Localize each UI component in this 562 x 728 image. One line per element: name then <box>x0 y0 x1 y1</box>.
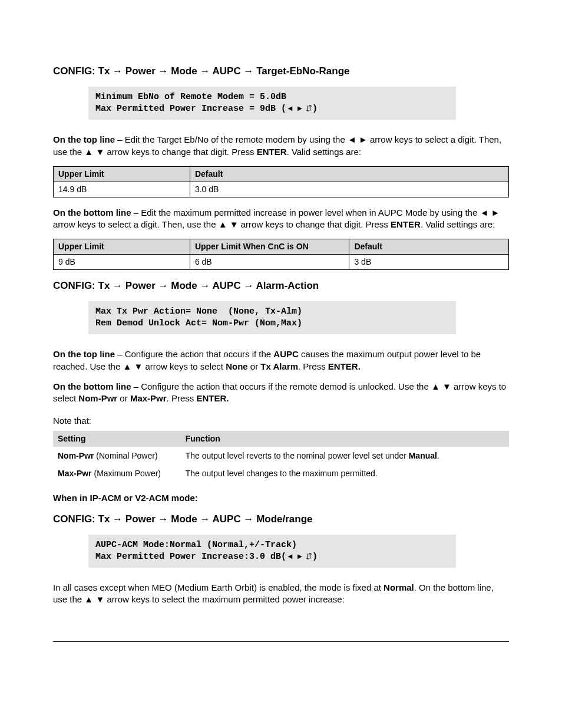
label-bold: Max-Pwr <box>58 469 92 478</box>
table-row: Nom-Pwr (Nominal Power) The output level… <box>53 447 509 465</box>
col-header: Function <box>181 431 509 447</box>
label-bold: On the top line <box>53 134 115 144</box>
label-bold: Nom-Pwr <box>78 393 117 403</box>
col-header: Default <box>349 239 509 255</box>
label-bold: Tx Alarm <box>260 361 298 371</box>
display-line: Minimum EbNo of Remote Modem = 5.0dB <box>95 92 286 102</box>
setting-function-table: Setting Function Nom-Pwr (Nominal Power)… <box>53 431 509 483</box>
arrow-icon: → <box>156 513 171 525</box>
col-header: Default <box>190 166 508 182</box>
arrow-icon: → <box>197 513 213 525</box>
crumb: Power <box>125 65 156 77</box>
arrow-icon: → <box>156 280 171 291</box>
left-right-updown-icon: ◄ ► ⇵ <box>286 104 312 113</box>
table-row: Upper Limit Default <box>54 166 509 182</box>
crumb: AUPC <box>213 65 241 77</box>
label-bold: None <box>226 361 248 371</box>
footer-divider <box>53 641 509 642</box>
table-row: Setting Function <box>53 431 509 447</box>
paragraph: On the top line – Edit the Target Eb/No … <box>53 134 509 158</box>
crumb: Alarm-Action <box>256 280 319 291</box>
text: – Configure the action that occurs if th… <box>115 349 273 359</box>
arrow-icon: → <box>241 280 256 291</box>
crumb: Power <box>125 513 156 525</box>
text: . Valid settings are: <box>287 147 361 157</box>
text: . Valid settings are: <box>421 219 495 229</box>
note-label: Note that: <box>53 415 509 427</box>
crumb: CONFIG: Tx <box>53 280 110 291</box>
lcd-display-alarm-action: Max Tx Pwr Action= None (None, Tx-Alm) R… <box>88 301 456 335</box>
display-line: Max Tx Pwr Action= None (None, Tx-Alm) <box>95 307 302 317</box>
label-bold: Max-Pwr <box>130 393 167 403</box>
table-row: 14.9 dB 3.0 dB <box>54 182 509 197</box>
label-bold: Normal <box>384 582 414 592</box>
table-row: Max-Pwr (Maximum Power) The output level… <box>53 465 509 483</box>
arrow-icon: → <box>156 65 171 77</box>
display-line: ) <box>312 552 318 562</box>
crumb: Mode <box>171 513 197 525</box>
label-bold: AUPC <box>273 349 299 359</box>
cell: Nom-Pwr (Nominal Power) <box>53 447 181 465</box>
left-right-updown-icon: ◄ ► ⇵ <box>286 552 312 561</box>
label-bold: On the bottom line <box>53 207 131 218</box>
display-line: AUPC-ACM Mode:Normal (Normal,+/-Track) <box>95 540 297 550</box>
cell: 9 dB <box>54 255 190 270</box>
crumb: Mode/range <box>256 513 312 525</box>
arrow-icon: → <box>110 65 125 77</box>
crumb: Mode <box>171 280 197 291</box>
label-bold: ENTER <box>257 147 287 157</box>
lcd-display-mode-range: AUPC-ACM Mode:Normal (Normal,+/-Track) M… <box>88 535 456 568</box>
arrow-icon: → <box>197 65 213 77</box>
cell: 3.0 dB <box>190 182 508 197</box>
cell: The output level changes to the maximum … <box>181 465 509 483</box>
col-header: Upper Limit <box>54 239 190 255</box>
cell: Max-Pwr (Maximum Power) <box>53 465 181 483</box>
crumb: Power <box>125 280 156 291</box>
text: In all cases except when MEO (Medium Ear… <box>53 582 384 592</box>
paragraph: On the bottom line – Edit the maximum pe… <box>53 207 509 231</box>
text: The output level reverts to the nominal … <box>186 451 409 460</box>
display-line: Max Permitted Power Increase = 9dB ( <box>95 104 286 114</box>
crumb: Target-EbNo-Range <box>256 65 349 77</box>
text: . Press <box>298 361 328 371</box>
label-bold: On the top line <box>53 349 115 359</box>
col-header: Upper Limit <box>54 166 190 182</box>
table-row: 9 dB 6 dB 3 dB <box>54 255 509 270</box>
label-bold: On the bottom line <box>53 381 131 391</box>
lcd-display-target-ebno: Minimum EbNo of Remote Modem = 5.0dB Max… <box>88 87 456 120</box>
text: (Nominal Power) <box>94 451 157 460</box>
arrow-icon: → <box>241 65 256 77</box>
crumb: AUPC <box>213 513 241 525</box>
paragraph: In all cases except when MEO (Medium Ear… <box>53 582 509 606</box>
col-header: Setting <box>53 431 181 447</box>
crumb: CONFIG: Tx <box>53 513 110 525</box>
col-header: Upper Limit When CnC is ON <box>190 239 349 255</box>
table-row: Upper Limit Upper Limit When CnC is ON D… <box>54 239 509 255</box>
text: or <box>248 361 261 371</box>
display-line: ) <box>312 104 318 114</box>
text: (Maximum Power) <box>92 469 161 478</box>
display-line: Rem Demod Unlock Act= Nom-Pwr (Nom,Max) <box>95 318 302 328</box>
label-bold: Nom-Pwr <box>58 451 94 460</box>
text: or <box>117 393 130 403</box>
breadcrumb-heading-mode-range: CONFIG: Tx → Power → Mode → AUPC → Mode/… <box>53 513 509 526</box>
crumb: CONFIG: Tx <box>53 65 110 77</box>
paragraph: On the top line – Configure the action t… <box>53 348 509 373</box>
arrow-icon: → <box>110 513 125 525</box>
cell: 3 dB <box>349 255 509 270</box>
text: . <box>437 451 439 460</box>
breadcrumb-heading-alarm-action: CONFIG: Tx → Power → Mode → AUPC → Alarm… <box>53 279 509 293</box>
cell: 14.9 dB <box>54 182 190 197</box>
paragraph: On the bottom line – Configure the actio… <box>53 381 509 405</box>
valid-settings-table-1: Upper Limit Default 14.9 dB 3.0 dB <box>53 166 509 197</box>
breadcrumb-heading-target-ebno: CONFIG: Tx → Power → Mode → AUPC → Targe… <box>53 65 509 78</box>
cell: 6 dB <box>190 255 349 270</box>
mode-note: When in IP-ACM or V2-ACM mode: <box>53 492 509 504</box>
display-line: Max Permitted Power Increase:3.0 dB( <box>95 552 286 562</box>
label-bold: Manual <box>409 451 437 460</box>
arrow-icon: → <box>197 280 213 291</box>
cell: The output level reverts to the nominal … <box>181 447 509 465</box>
arrow-icon: → <box>110 280 125 291</box>
label-bold: ENTER. <box>328 361 361 371</box>
crumb: AUPC <box>213 280 241 291</box>
